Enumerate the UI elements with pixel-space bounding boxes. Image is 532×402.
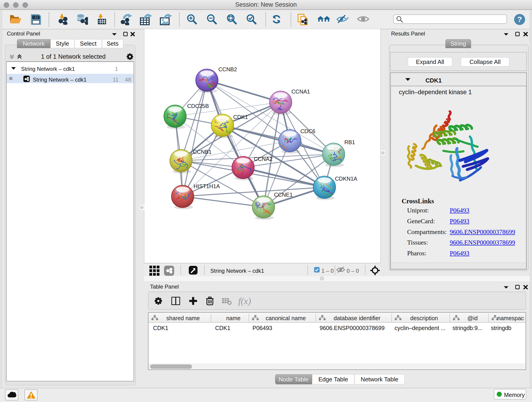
svg-text:CCNB1: CCNB1: [193, 149, 211, 155]
svg-text:CDC6: CDC6: [300, 128, 315, 134]
svg-text:CDK1: CDK1: [233, 114, 248, 120]
svg-text:CCNA2: CCNA2: [254, 156, 272, 162]
svg-text:CCNA1: CCNA1: [291, 89, 310, 95]
svg-text:?: ?: [517, 15, 522, 24]
svg-text:HIST1H1A: HIST1H1A: [194, 183, 220, 189]
svg-text:RB1: RB1: [344, 139, 355, 145]
svg-text:CCNB2: CCNB2: [218, 66, 237, 72]
svg-text:CCNE1: CCNE1: [274, 191, 293, 198]
svg-text:CDC25B: CDC25B: [187, 103, 209, 109]
svg-text:CDKN1A: CDKN1A: [335, 176, 357, 182]
